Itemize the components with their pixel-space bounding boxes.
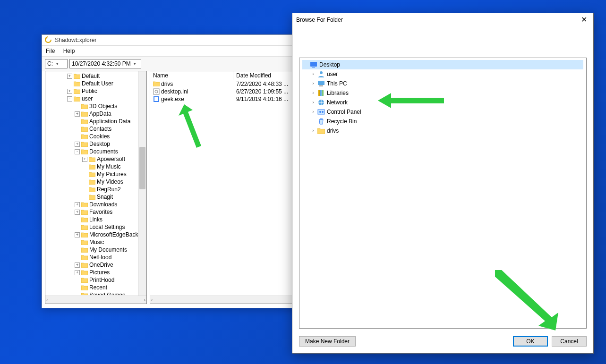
tree-node[interactable]: Contacts (46, 125, 138, 133)
chevron-right-icon[interactable]: › (311, 107, 316, 117)
tree-spacer (82, 187, 87, 192)
tree-spacer (75, 134, 80, 139)
expand-icon[interactable]: + (75, 210, 80, 215)
scrollbar-thumb[interactable] (139, 147, 145, 189)
browse-tree-node[interactable]: ›Control Panel (302, 107, 583, 117)
svg-point-14 (319, 111, 321, 113)
browse-tree-node[interactable]: Recycle Bin (302, 117, 583, 126)
tree-node-label: RegRun2 (97, 186, 121, 193)
expand-icon[interactable]: + (75, 202, 80, 207)
tree-spacer (75, 104, 80, 109)
tree-node[interactable]: -Documents (46, 148, 138, 155)
snapshot-value: 10/27/2020 4:32:50 PM (72, 60, 131, 67)
folder-icon (81, 270, 88, 275)
browse-tree-node[interactable]: ›This PC (302, 79, 583, 88)
tree-node[interactable]: +Apowersoft (46, 155, 138, 163)
make-new-folder-button[interactable]: Make New Folder (299, 336, 356, 347)
chevron-right-icon[interactable]: › (311, 126, 316, 135)
folder-icon (81, 277, 88, 283)
file-name: drivs (161, 80, 173, 88)
chevron-right-icon[interactable]: › (311, 79, 316, 88)
tree-node[interactable]: PrintHood (46, 276, 138, 284)
dialog-titlebar[interactable]: Browse For Folder ✕ (292, 13, 593, 26)
tree-node[interactable]: +Pictures (46, 269, 138, 276)
expand-icon[interactable]: + (75, 111, 80, 117)
tree-node[interactable]: Local Settings (46, 223, 138, 231)
tree-node[interactable]: +Default (46, 72, 138, 80)
expand-icon[interactable]: + (82, 157, 87, 162)
tree-node[interactable]: +MicrosoftEdgeBacku (46, 231, 138, 238)
tree-node[interactable]: Snagit (46, 193, 138, 201)
browse-node-label: This PC (327, 79, 347, 88)
tree-node[interactable]: Music (46, 238, 138, 246)
folder-icon (89, 179, 95, 185)
tree-node[interactable]: NetHood (46, 254, 138, 261)
folder-tree[interactable]: Desktop›user›This PC›Libraries›Network›C… (299, 58, 587, 329)
cancel-button[interactable]: Cancel (552, 336, 587, 347)
chevron-down-icon: ▾ (132, 61, 138, 66)
tree-node[interactable]: +Favorites (46, 208, 138, 216)
tree-node[interactable]: +AppData (46, 110, 138, 118)
folder-icon (81, 217, 88, 222)
tree-node[interactable]: +Downloads (46, 201, 138, 208)
close-button[interactable]: ✕ (578, 13, 589, 26)
tree-node[interactable]: My Documents (46, 246, 138, 254)
tree-node[interactable]: Cookies (46, 133, 138, 140)
browse-node-label: Network (327, 98, 348, 107)
tree-node[interactable]: Application Data (46, 118, 138, 125)
chevron-right-icon[interactable]: › (311, 98, 316, 107)
tree-node[interactable]: +Desktop (46, 140, 138, 148)
svg-rect-4 (310, 62, 317, 67)
menu-file[interactable]: File (46, 48, 55, 54)
tree-node[interactable]: RegRun2 (46, 186, 138, 193)
expand-icon[interactable]: + (75, 142, 80, 147)
expand-icon[interactable]: + (67, 74, 72, 79)
tree-node-label: Application Data (89, 118, 130, 125)
column-name[interactable]: Name (150, 71, 233, 80)
vertical-scrollbar[interactable] (138, 71, 146, 296)
drive-dropdown[interactable]: C: ▾ (45, 59, 68, 68)
collapse-icon[interactable]: - (75, 149, 80, 154)
tree-spacer (82, 172, 87, 177)
tree-node[interactable]: +Public (46, 87, 138, 95)
tree-node[interactable]: Recent (46, 284, 138, 291)
tree-node[interactable]: Links (46, 216, 138, 223)
tree-node[interactable]: Saved Games (46, 291, 138, 295)
folder-icon (74, 81, 80, 86)
tree-node[interactable]: +OneDrive (46, 261, 138, 269)
browse-tree-node[interactable]: ›user (302, 69, 583, 79)
expand-icon[interactable]: + (67, 89, 72, 94)
tree-node[interactable]: 3D Objects (46, 102, 138, 110)
tree-node[interactable]: -user (46, 95, 138, 102)
chevron-right-icon[interactable]: › (311, 88, 316, 98)
tree-node-label: MicrosoftEdgeBacku (89, 231, 138, 238)
expand-icon[interactable]: + (75, 270, 80, 275)
tree-node[interactable]: My Videos (46, 178, 138, 186)
tree-node-label: Apowersoft (97, 155, 125, 163)
browse-tree-node[interactable]: ›Libraries (302, 88, 583, 98)
folder-icon (89, 164, 95, 169)
tree-spacer (75, 247, 80, 253)
folder-icon (81, 119, 88, 124)
folder-icon (89, 194, 95, 200)
tree-node[interactable]: Default User (46, 80, 138, 87)
tree-node[interactable]: My Music (46, 163, 138, 170)
lib-icon (317, 89, 325, 97)
menu-help[interactable]: Help (63, 48, 75, 54)
ok-button[interactable]: OK (513, 336, 548, 347)
browse-tree-node[interactable]: ›drivs (302, 126, 583, 135)
snapshot-dropdown[interactable]: 10/27/2020 4:32:50 PM ▾ (69, 59, 141, 68)
tree-node[interactable]: My Pictures (46, 170, 138, 178)
chevron-right-icon[interactable]: › (311, 69, 316, 79)
expand-icon[interactable]: + (75, 262, 80, 268)
browse-tree-node[interactable]: Desktop (302, 60, 583, 69)
folder-icon (81, 292, 88, 295)
expand-icon[interactable]: + (75, 232, 80, 237)
file-name: geek.exe (161, 95, 184, 103)
browse-tree-node[interactable]: ›Network (302, 98, 583, 107)
tree-node-label: Recent (89, 284, 107, 291)
collapse-icon[interactable]: - (67, 96, 72, 102)
svg-rect-5 (312, 67, 315, 68)
window-title: ShadowExplorer (55, 37, 96, 43)
horizontal-scrollbar[interactable]: ‹› (45, 296, 146, 304)
